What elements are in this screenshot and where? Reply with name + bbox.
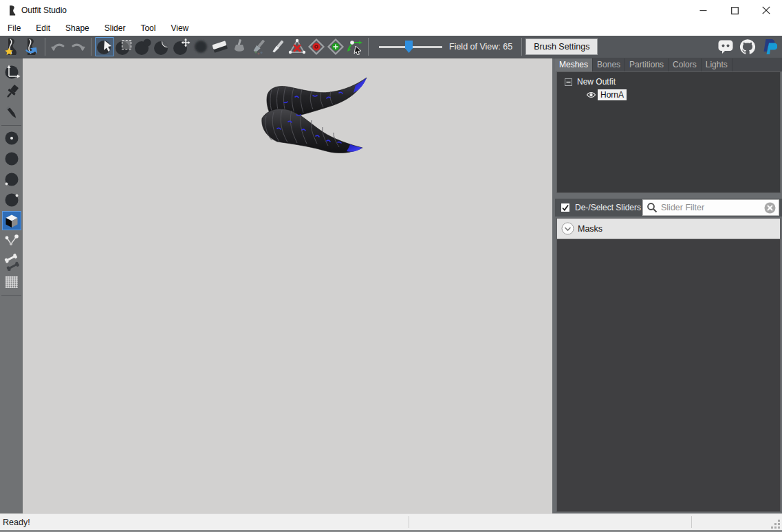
status-text: Ready! [3,518,30,527]
menu-shape[interactable]: Shape [58,21,97,35]
undiff-brush-button[interactable] [210,37,230,56]
close-button[interactable] [750,0,782,21]
select-brush-button[interactable] [95,37,114,56]
fov-slider-thumb[interactable] [405,41,413,53]
visibility-eye-icon[interactable] [586,91,596,99]
show-grid-button[interactable] [2,273,21,292]
undo-button[interactable] [49,37,68,56]
tree-child-label-selected[interactable]: HornA [598,89,627,100]
minimize-button[interactable] [687,0,719,21]
vertex-edit-tool-button[interactable] [2,103,21,122]
transform-tool-button[interactable] [2,62,21,81]
alpha-brush-button[interactable] [268,37,287,56]
viewport-3d[interactable] [23,58,552,513]
menubar: File Edit Shape Slider Tool View [0,21,782,36]
resize-grip[interactable] [770,519,781,529]
deselect-sliders-label: De-/Select Sliders [575,203,641,212]
eraser-icon [211,38,229,56]
github-button[interactable] [738,37,757,56]
horn-mesh [257,67,401,170]
load-project-button[interactable] [22,37,41,56]
brush-dot-bottom-left-button[interactable] [2,170,21,189]
maximize-button[interactable] [719,0,750,21]
grid-icon [3,274,21,291]
app-icon [6,5,17,16]
new-project-button[interactable] [3,37,22,56]
masks-section-header[interactable]: Masks [557,219,780,239]
clear-filter-icon[interactable] [764,202,776,214]
statusbar: Ready! [0,513,782,532]
brush-plain-button[interactable] [2,149,21,168]
move-vertex-button[interactable] [345,37,365,56]
right-panel: Meshes Bones Partitions Colors Lights Ne… [555,58,782,513]
pin-tool-button[interactable] [2,82,21,102]
outfit-studio-window: Outfit Studio File Edit Shape Slider Too… [0,0,782,532]
menu-slider[interactable]: Slider [97,21,133,35]
collapse-vertex-button[interactable] [287,37,307,56]
tree-root-label: New Outfit [577,77,616,87]
github-icon [739,38,756,55]
paypal-button[interactable] [760,37,779,56]
flip-edge-button[interactable] [307,37,326,56]
toolbar-separator [521,38,522,56]
move-vertex-icon [346,38,364,56]
close-icon [762,6,770,14]
statusbar-divider [409,516,409,528]
collapse-vertex-icon [288,38,306,56]
slider-filter-input[interactable] [661,203,764,212]
collapse-toggle-icon[interactable] [565,78,572,86]
deflate-brush-button[interactable] [153,37,172,56]
mask-brush-button[interactable] [114,37,133,56]
show-vertices-button[interactable] [2,232,21,251]
show-bones-button[interactable] [2,252,21,271]
tab-lights[interactable]: Lights [702,58,732,71]
check-icon [561,203,569,212]
menu-edit[interactable]: Edit [28,21,58,35]
deflate-brush-icon [153,38,171,56]
brush-dot-top-right-button[interactable] [2,190,21,210]
split-edge-button[interactable] [326,37,345,56]
menu-view[interactable]: View [163,21,196,35]
main-area: Meshes Bones Partitions Colors Lights Ne… [0,58,782,513]
tree-row-outfit[interactable]: New Outfit [558,76,779,88]
toolbar-separator [91,38,91,56]
move-brush-icon [173,38,191,56]
inflate-brush-button[interactable] [133,37,153,56]
inflate-brush-icon [134,38,152,56]
left-toolbar [0,58,23,513]
tab-meshes[interactable]: Meshes [555,58,593,71]
color-brush-button[interactable] [249,37,268,56]
circle-icon [3,150,21,168]
toolbar-separator [368,38,369,56]
smooth-brush-button[interactable] [191,37,210,56]
tab-partitions[interactable]: Partitions [625,58,669,71]
discord-icon [717,39,735,54]
smooth-brush-icon [192,38,210,56]
deselect-sliders-checkbox[interactable] [561,203,570,212]
circle-dot-top-right-icon [3,191,21,209]
fov-slider[interactable] [379,40,442,54]
tab-bones[interactable]: Bones [593,58,625,71]
bone-icon [3,253,21,271]
main-toolbar: Field of View: 65 Brush Settings [0,36,782,58]
titlebar: Outfit Studio [0,0,782,21]
statusbar-divider [691,516,692,528]
menu-file[interactable]: File [0,21,28,35]
left-toolbar-separator [1,295,21,296]
window-title: Outfit Studio [21,5,67,15]
weight-brush-button[interactable] [230,37,249,56]
perspective-cube-button[interactable] [2,211,21,230]
move-brush-button[interactable] [172,37,191,56]
undo-icon [50,38,67,56]
split-edge-icon [327,38,345,56]
brush-settings-button[interactable]: Brush Settings [525,38,598,55]
toolbar-separator [45,38,45,56]
discord-button[interactable] [716,37,735,56]
brush-dot-center-button[interactable] [2,129,21,148]
masks-section-label: Masks [578,224,602,234]
redo-button[interactable] [68,37,87,56]
menu-tool[interactable]: Tool [133,21,163,35]
tab-colors[interactable]: Colors [669,58,702,71]
weight-brush-icon [230,38,248,56]
tree-row-horna[interactable]: HornA [558,89,779,101]
